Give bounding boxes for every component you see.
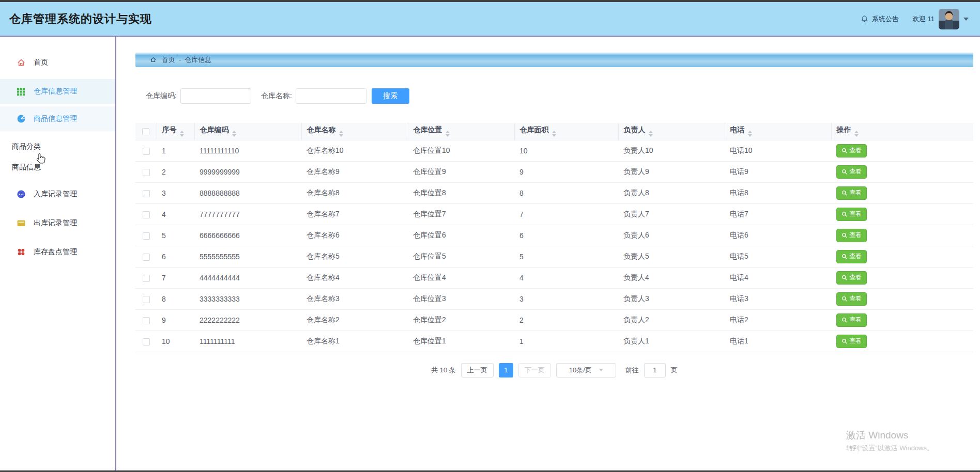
view-button[interactable]: 查看: [836, 250, 867, 263]
cell-no: 6: [157, 246, 194, 267]
view-button[interactable]: 查看: [836, 144, 867, 158]
view-button-label: 查看: [849, 294, 862, 303]
prev-page-button[interactable]: 上一页: [461, 363, 494, 377]
goto-label: 前往: [625, 366, 639, 375]
row-checkbox[interactable]: [143, 296, 150, 303]
row-checkbox[interactable]: [143, 232, 150, 240]
goto-page-input[interactable]: [644, 363, 666, 377]
sidebar-item-product-category[interactable]: 商品分类: [0, 136, 115, 157]
cell-phone: 电话1: [725, 331, 831, 352]
cell-location: 仓库位置6: [408, 225, 514, 246]
select-all-checkbox[interactable]: [142, 128, 149, 135]
table-row: 7 4444444444 仓库名称4 仓库位置4 4 负责人4 电话4 查看: [135, 267, 973, 288]
view-button-label: 查看: [849, 146, 862, 155]
sort-icon[interactable]: [649, 131, 653, 137]
header-area[interactable]: 仓库面积: [514, 123, 618, 140]
sidebar-item-product-info-mgmt[interactable]: 商品信息管理: [0, 106, 115, 131]
cell-area: 3: [514, 288, 618, 309]
cell-code: 8888888888: [194, 182, 301, 203]
cell-location: 仓库位置2: [408, 309, 514, 331]
row-checkbox[interactable]: [143, 211, 150, 218]
view-button[interactable]: 查看: [836, 165, 867, 179]
avatar[interactable]: [939, 9, 959, 29]
breadcrumb-home[interactable]: 首页: [162, 55, 175, 65]
row-checkbox[interactable]: [143, 169, 150, 176]
view-button[interactable]: 查看: [836, 335, 867, 348]
row-checkbox[interactable]: [143, 254, 150, 261]
sort-icon[interactable]: [180, 131, 184, 137]
row-checkbox[interactable]: [143, 338, 150, 345]
view-button-label: 查看: [849, 337, 862, 345]
row-checkbox[interactable]: [143, 148, 150, 155]
sort-icon[interactable]: [339, 131, 343, 137]
header-name[interactable]: 仓库名称: [301, 123, 408, 140]
sidebar-item-product-info[interactable]: 商品信息: [0, 157, 115, 178]
cell-code: 9999999999: [194, 161, 301, 182]
cell-no: 7: [157, 267, 194, 288]
next-page-button[interactable]: 下一页: [518, 363, 551, 377]
table-row: 2 9999999999 仓库名称9 仓库位置9 9 负责人9 电话9 查看: [135, 161, 973, 182]
header-code[interactable]: 仓库编码: [194, 123, 301, 140]
view-button[interactable]: 查看: [836, 186, 867, 200]
sidebar-item-warehouse-info[interactable]: 仓库信息管理: [0, 79, 115, 104]
pagination-total: 共 10 条: [431, 366, 456, 375]
system-announcement-link[interactable]: 系统公告: [860, 14, 899, 24]
warehouse-name-input[interactable]: [296, 88, 366, 104]
announcement-label: 系统公告: [872, 14, 899, 24]
warehouse-code-input[interactable]: [180, 88, 251, 104]
sidebar-item-inventory-check[interactable]: 库存盘点管理: [0, 240, 115, 264]
page-size-select[interactable]: 10条/页: [556, 363, 616, 377]
cell-location: 仓库位置10: [408, 140, 514, 161]
header-phone[interactable]: 电话: [725, 123, 831, 140]
chevron-down-icon: [599, 369, 603, 371]
view-button[interactable]: 查看: [836, 292, 867, 306]
cell-name: 仓库名称2: [301, 309, 408, 331]
sidebar-item-inbound-records[interactable]: 入库记录管理: [0, 182, 115, 207]
header-no[interactable]: 序号: [157, 123, 194, 140]
user-menu[interactable]: 欢迎 11: [912, 9, 969, 29]
home-icon: [148, 55, 158, 65]
view-button[interactable]: 查看: [836, 271, 867, 285]
cell-location: 仓库位置5: [408, 246, 514, 267]
sort-icon[interactable]: [748, 131, 752, 137]
sidebar-item-home[interactable]: 首页: [0, 50, 115, 75]
header-location[interactable]: 仓库位置: [408, 123, 514, 140]
page-size-value: 10条/页: [569, 366, 592, 375]
cell-location: 仓库位置1: [408, 331, 514, 352]
cell-phone: 电话6: [725, 225, 831, 246]
header-manager[interactable]: 负责人: [618, 123, 725, 140]
view-button[interactable]: 查看: [836, 313, 867, 327]
page-number-button[interactable]: 1: [499, 363, 513, 377]
cell-area: 1: [514, 331, 618, 352]
cell-location: 仓库位置4: [408, 267, 514, 288]
search-icon: [841, 317, 848, 323]
search-button[interactable]: 搜索: [372, 88, 409, 104]
sidebar-item-label: 商品信息管理: [34, 114, 77, 123]
sort-icon[interactable]: [854, 131, 859, 137]
sidebar: 首页 仓库信息管理 商品信息管理 商品分类 商品信息 入库记录管理: [0, 37, 116, 471]
cell-no: 3: [157, 182, 194, 203]
view-button-label: 查看: [849, 167, 862, 176]
cell-code: 2222222222: [194, 309, 301, 331]
cell-name: 仓库名称5: [301, 246, 408, 267]
sort-icon[interactable]: [232, 131, 236, 137]
cell-area: 8: [514, 182, 618, 203]
search-icon: [841, 211, 848, 217]
sidebar-item-label: 首页: [34, 58, 48, 67]
cell-location: 仓库位置7: [408, 203, 514, 225]
row-checkbox[interactable]: [143, 317, 150, 324]
pie-chart-icon: [16, 114, 26, 124]
view-button[interactable]: 查看: [836, 208, 867, 221]
row-checkbox[interactable]: [143, 275, 150, 282]
row-checkbox[interactable]: [143, 190, 150, 197]
view-button[interactable]: 查看: [836, 229, 867, 242]
cell-area: 6: [514, 225, 618, 246]
cell-manager: 负责人2: [618, 309, 725, 331]
sort-icon[interactable]: [552, 131, 556, 137]
sort-icon[interactable]: [446, 131, 450, 137]
cell-no: 8: [157, 288, 194, 309]
header-actions[interactable]: 操作: [831, 123, 973, 140]
watermark-line2: 转到“设置”以激活 Windows。: [846, 444, 933, 453]
cell-manager: 负责人3: [618, 288, 725, 309]
sidebar-item-outbound-records[interactable]: 出库记录管理: [0, 211, 115, 235]
